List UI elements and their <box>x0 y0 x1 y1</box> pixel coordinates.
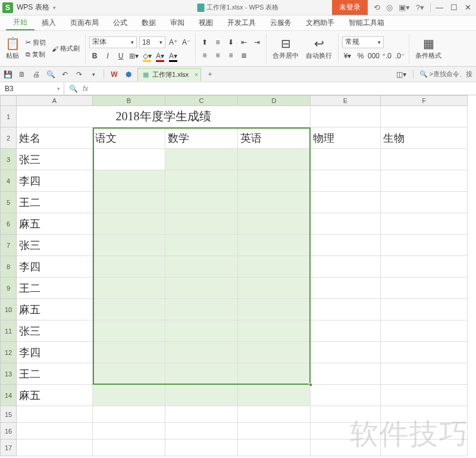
row-header[interactable]: 17 <box>0 440 17 456</box>
conditional-format-button[interactable]: ▦ 条件格式 <box>413 36 444 61</box>
w-icon[interactable]: W <box>109 69 120 80</box>
row-header[interactable]: 3 <box>0 149 17 170</box>
row-header[interactable]: 1 <box>0 106 17 127</box>
cell[interactable] <box>311 299 381 320</box>
indent-dec-button[interactable]: ⇤ <box>239 37 249 48</box>
sheet-tab-close-button[interactable]: × <box>195 71 198 78</box>
cell[interactable] <box>93 149 165 170</box>
align-left-button[interactable]: ≡ <box>199 50 210 61</box>
dec-decimal-button[interactable]: .0⁻ <box>394 51 405 61</box>
undo-icon[interactable]: ↶ <box>60 69 70 80</box>
formula-input[interactable] <box>93 82 476 95</box>
cell[interactable] <box>381 440 468 456</box>
percent-button[interactable]: % <box>355 51 366 61</box>
cell[interactable] <box>93 406 165 423</box>
cell[interactable] <box>165 385 238 406</box>
cell[interactable] <box>165 363 238 385</box>
cell[interactable]: 麻五 <box>17 213 93 235</box>
name-box[interactable]: B3 <box>0 82 64 95</box>
cell[interactable] <box>381 235 468 256</box>
close-button[interactable]: ✕ <box>465 3 471 12</box>
cell[interactable] <box>238 256 311 278</box>
more-icon[interactable]: ▾ <box>88 69 99 80</box>
inc-decimal-button[interactable]: ⁺.0 <box>381 51 392 61</box>
row-header[interactable]: 5 <box>0 192 17 213</box>
saveas-icon[interactable]: 🗎 <box>17 69 27 80</box>
cell[interactable] <box>238 170 311 192</box>
cell[interactable] <box>311 423 381 440</box>
grow-font-button[interactable]: A⁺ <box>168 37 178 48</box>
cell[interactable] <box>93 213 165 235</box>
maximize-button[interactable]: ☐ <box>450 3 458 12</box>
window-split-icon[interactable]: ◫▾ <box>396 69 407 80</box>
cell[interactable]: 张三 <box>17 320 93 342</box>
command-search[interactable]: 🔍 >查找命令、接 <box>419 70 472 79</box>
new-sheet-button[interactable]: ＋ <box>205 69 215 80</box>
format-painter-button[interactable]: 🖌格式刷 <box>50 43 82 54</box>
skin-icon[interactable]: ▣▾ <box>399 3 410 12</box>
border-button[interactable]: ⊞▾ <box>129 51 139 61</box>
cell[interactable] <box>17 440 93 456</box>
sync-icon[interactable]: ⟲ <box>374 3 380 12</box>
ribbon-tab-home[interactable]: 开始 <box>6 15 35 30</box>
spreadsheet-area[interactable]: ABCDEF12018年度学生成绩2姓名语文数学英语物理生物3张三4李四5王二6… <box>0 95 476 458</box>
header-cell[interactable]: 数学 <box>165 127 238 149</box>
cell[interactable] <box>238 213 311 235</box>
cell[interactable] <box>381 320 468 342</box>
cell[interactable] <box>93 342 165 363</box>
title-cell[interactable]: 2018年度学生成绩 <box>17 106 311 127</box>
align-top-button[interactable]: ⬆ <box>199 37 210 48</box>
row-header[interactable]: 11 <box>0 320 17 342</box>
cell[interactable]: 麻五 <box>17 385 93 406</box>
cell[interactable] <box>238 149 311 170</box>
help-icon[interactable]: ?▾ <box>416 3 424 12</box>
bold-button[interactable]: B <box>89 51 100 61</box>
row-header[interactable]: 12 <box>0 342 17 363</box>
ribbon-tab-dochelp[interactable]: 文档助手 <box>299 15 342 30</box>
row-header[interactable]: 2 <box>0 127 17 149</box>
select-all-corner[interactable] <box>0 95 17 106</box>
cell[interactable] <box>311 406 381 423</box>
cell[interactable] <box>381 192 468 213</box>
search-fx-icon[interactable]: 🔍 <box>69 85 78 93</box>
font-size-select[interactable]: 18▾ <box>139 36 165 48</box>
cell[interactable] <box>238 320 311 342</box>
cell[interactable] <box>238 192 311 213</box>
cell[interactable] <box>93 423 165 440</box>
cell[interactable] <box>311 149 381 170</box>
column-header[interactable]: C <box>165 95 238 106</box>
cell[interactable]: 李四 <box>17 256 93 278</box>
ribbon-tab-formula[interactable]: 公式 <box>106 15 134 30</box>
cell[interactable] <box>165 440 238 456</box>
shrink-font-button[interactable]: A⁻ <box>181 37 192 48</box>
cell[interactable] <box>311 106 381 127</box>
row-header[interactable]: 14 <box>0 385 17 406</box>
italic-button[interactable]: I <box>102 51 113 61</box>
cell[interactable] <box>93 278 165 299</box>
ribbon-tab-smart[interactable]: 智能工具箱 <box>342 15 392 30</box>
login-button[interactable]: 未登录 <box>332 0 368 15</box>
cell[interactable] <box>238 342 311 363</box>
column-header[interactable]: E <box>311 95 381 106</box>
cloud-icon[interactable]: ◎ <box>386 3 393 12</box>
justify-button[interactable]: ≣ <box>239 50 249 61</box>
column-header[interactable]: B <box>93 95 165 106</box>
cell[interactable] <box>165 423 238 440</box>
cell[interactable] <box>381 299 468 320</box>
cell[interactable] <box>381 106 468 127</box>
fx-button[interactable]: fx <box>83 85 88 93</box>
print-preview-icon[interactable]: 🔍 <box>45 69 56 80</box>
cell[interactable] <box>381 256 468 278</box>
ribbon-tab-layout[interactable]: 页面布局 <box>63 15 106 30</box>
fill-color-button[interactable]: ◇▾ <box>142 51 152 61</box>
cell[interactable] <box>165 192 238 213</box>
column-header[interactable]: D <box>238 95 311 106</box>
align-bot-button[interactable]: ⬇ <box>226 37 236 48</box>
row-header[interactable]: 4 <box>0 170 17 192</box>
row-header[interactable]: 16 <box>0 423 17 440</box>
header-cell[interactable]: 英语 <box>238 127 311 149</box>
cube-icon[interactable]: ⬢ <box>123 69 134 80</box>
minimize-button[interactable]: — <box>436 3 443 12</box>
cell[interactable] <box>93 299 165 320</box>
cell[interactable] <box>381 406 468 423</box>
